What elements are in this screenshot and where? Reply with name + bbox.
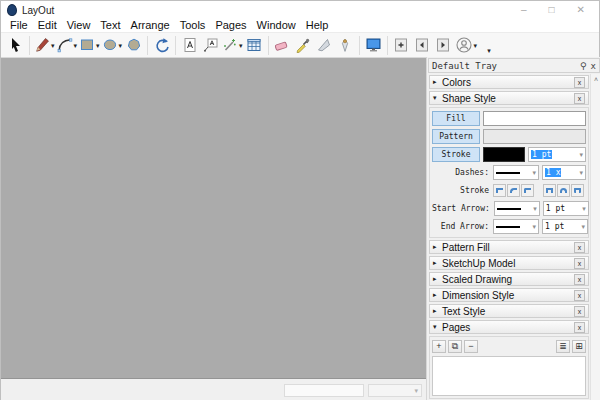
polygon-icon — [126, 37, 142, 53]
stroke-join-miter-button[interactable] — [493, 184, 506, 197]
offset-tool[interactable] — [151, 34, 172, 56]
dashes-scale-value: 1 x — [545, 168, 561, 177]
measurement-input[interactable] — [284, 384, 364, 397]
menu-arrange[interactable]: Arrange — [126, 19, 175, 32]
text-tool[interactable] — [179, 34, 200, 56]
section-header-shape-style[interactable]: ▾ Shape Style x — [429, 91, 589, 105]
fill-toggle-button[interactable]: Fill — [432, 111, 480, 126]
duplicate-page-button[interactable]: ⧉ — [448, 340, 462, 353]
section-header-sketchup-model[interactable]: ▸ SketchUp Model x — [429, 256, 589, 270]
start-arrow-width-combo[interactable]: 1 pt ▾ — [543, 201, 589, 216]
pattern-swatch[interactable] — [483, 129, 586, 144]
menu-help[interactable]: Help — [301, 19, 334, 32]
label-tool[interactable] — [200, 34, 221, 56]
circle-tool-dropdown-icon[interactable]: ▾ — [119, 42, 123, 49]
end-arrow-style-combo[interactable]: ▾ — [493, 219, 539, 234]
polygon-tool[interactable] — [123, 34, 144, 56]
arc-tool-dropdown-icon[interactable]: ▾ — [74, 42, 78, 49]
rectangle-tool[interactable]: ▾ — [78, 34, 101, 56]
section-close-icon[interactable]: x — [574, 93, 585, 104]
delete-page-button[interactable]: − — [464, 340, 478, 353]
tray-scrollbar[interactable]: ˄ — [590, 74, 600, 400]
minimize-button[interactable]: – — [521, 5, 527, 15]
section-header-dimension-style[interactable]: ▸ Dimension Style x — [429, 288, 589, 302]
section-close-icon[interactable]: x — [574, 274, 585, 285]
section-close-icon[interactable]: x — [574, 258, 585, 269]
rectangle-tool-dropdown-icon[interactable]: ▾ — [96, 42, 100, 49]
erase-tool[interactable] — [272, 34, 293, 56]
start-presentation-tool[interactable] — [363, 34, 384, 56]
stroke-cap-round-button[interactable] — [557, 184, 570, 197]
menu-window[interactable]: Window — [252, 19, 301, 32]
dimension-tool[interactable]: ▾ — [221, 34, 244, 56]
section-header-text-style[interactable]: ▸ Text Style x — [429, 304, 589, 318]
stroke-width-combo[interactable]: 1 pt ▾ — [528, 147, 586, 162]
dashes-scale-combo[interactable]: 1 x ▾ — [542, 165, 586, 180]
section-header-scaled-drawing[interactable]: ▸ Scaled Drawing x — [429, 272, 589, 286]
section-header-pattern-fill[interactable]: ▸ Pattern Fill x — [429, 240, 589, 254]
dashes-pattern-combo[interactable]: ▾ — [493, 165, 539, 180]
previous-page-button[interactable] — [412, 34, 433, 56]
circle-tool[interactable]: ▾ — [101, 34, 124, 56]
arc-tool[interactable]: ▾ — [56, 34, 79, 56]
document-canvas[interactable] — [1, 58, 426, 379]
join-tool[interactable] — [335, 34, 356, 56]
start-arrow-style-combo[interactable]: ▾ — [494, 201, 540, 216]
menu-pages[interactable]: Pages — [210, 19, 251, 32]
toolbar-overflow-button[interactable]: ▾ — [478, 34, 499, 56]
stroke-style-label: Stroke — [432, 186, 490, 195]
stroke-cap-square-button[interactable] — [571, 184, 584, 197]
menu-edit[interactable]: Edit — [33, 19, 62, 32]
next-page-button[interactable] — [433, 34, 454, 56]
grid-view-button[interactable]: ⊞ — [572, 340, 586, 353]
section-header-colors[interactable]: ▸ Colors x — [429, 75, 589, 89]
fill-color-swatch[interactable] — [483, 111, 586, 126]
stroke-toggle-button[interactable]: Stroke — [432, 147, 480, 162]
add-page-list-button[interactable]: + — [432, 340, 446, 353]
line-tool-dropdown-icon[interactable]: ▾ — [51, 42, 55, 49]
section-close-icon[interactable]: x — [574, 322, 585, 333]
tray-pin-icon[interactable]: ⚲ — [580, 61, 587, 71]
line-tool[interactable]: ▾ — [33, 34, 56, 56]
section-close-icon[interactable]: x — [574, 306, 585, 317]
table-tool[interactable] — [244, 34, 265, 56]
split-tool[interactable] — [314, 34, 335, 56]
collapsed-triangle-icon: ▸ — [433, 240, 442, 254]
select-tool[interactable] — [5, 34, 26, 56]
app-logo-icon — [7, 4, 17, 16]
flat-cap-icon — [546, 188, 553, 193]
menu-text[interactable]: Text — [95, 19, 125, 32]
section-close-icon[interactable]: x — [574, 77, 585, 88]
menu-file[interactable]: File — [5, 19, 33, 32]
chevron-down-icon: ▾ — [533, 205, 537, 213]
add-page-icon — [393, 37, 409, 53]
stroke-color-swatch[interactable] — [483, 147, 525, 162]
expanded-triangle-icon: ▾ — [433, 91, 442, 105]
zoom-dropdown-icon[interactable]: ▾ — [414, 387, 418, 394]
chevron-down-icon: ▾ — [581, 223, 585, 231]
list-view-button[interactable]: ≣ — [556, 340, 570, 353]
stroke-join-bevel-button[interactable] — [521, 184, 534, 197]
stroke-width-value: 1 pt — [531, 150, 552, 159]
dimension-tool-dropdown-icon[interactable]: ▾ — [239, 42, 243, 49]
end-arrow-width-combo[interactable]: 1 pt ▾ — [542, 219, 588, 234]
pattern-toggle-button[interactable]: Pattern — [432, 129, 480, 144]
account-dropdown-icon[interactable]: ▾ — [474, 42, 478, 49]
zoom-select[interactable]: ▾ — [368, 384, 422, 397]
rectangle-icon — [79, 37, 95, 53]
stroke-cap-flat-button[interactable] — [543, 184, 556, 197]
menu-tools[interactable]: Tools — [175, 19, 211, 32]
add-page-button[interactable] — [391, 34, 412, 56]
section-close-icon[interactable]: x — [574, 290, 585, 301]
account-button[interactable]: ▾ — [454, 34, 479, 56]
pages-list[interactable] — [432, 356, 586, 396]
menu-view[interactable]: View — [62, 19, 96, 32]
section-close-icon[interactable]: x — [574, 242, 585, 253]
scroll-up-icon[interactable]: ˄ — [591, 74, 600, 85]
close-button[interactable]: ✕ — [577, 5, 585, 15]
maximize-button[interactable]: □ — [549, 5, 555, 15]
tray-close-icon[interactable]: x — [591, 61, 596, 71]
section-header-pages[interactable]: ▾ Pages x — [429, 320, 589, 334]
style-tool[interactable] — [293, 34, 314, 56]
stroke-join-round-button[interactable] — [507, 184, 520, 197]
